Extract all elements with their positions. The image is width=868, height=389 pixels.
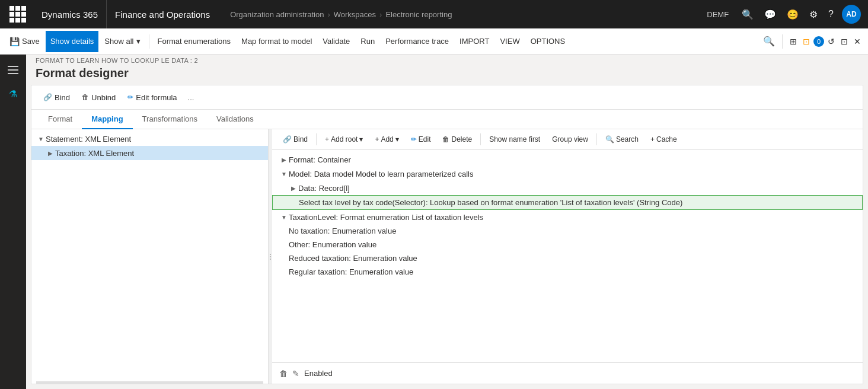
label-other: Other: Enumeration value xyxy=(289,240,376,249)
mapping-header: 🔗 Bind + Add root ▾ + Add ▾ xyxy=(272,129,863,150)
bind-button[interactable]: 🔗 Bind xyxy=(39,89,75,106)
validate-button[interactable]: Validate xyxy=(318,31,355,52)
mapping-tree: ▶ Format: Container ▼ Model: Data model … xyxy=(272,150,863,362)
content-panel: FORMAT TO LEARN HOW TO LOOKUP LE DATA : … xyxy=(26,55,868,389)
label-reduced: Reduced taxation: Enumeration value xyxy=(289,254,417,263)
toolbar-sep-1 xyxy=(149,34,149,49)
mh-add-root-button[interactable]: + Add root ▾ xyxy=(321,132,366,147)
save-icon: 💾 xyxy=(9,37,20,46)
trash-bottom-icon[interactable]: 🗑 xyxy=(279,369,288,378)
toggle-statement[interactable]: ▼ xyxy=(36,134,46,144)
tree-item-taxation[interactable]: ▶ Taxation: XML Element xyxy=(31,146,268,160)
toggle-taxation-level[interactable]: ▼ xyxy=(279,212,289,222)
tree-item-statement[interactable]: ▼ Statement: XML Element xyxy=(31,132,268,146)
mt-reduced[interactable]: Reduced taxation: Enumeration value xyxy=(272,251,863,265)
help-icon[interactable]: ? xyxy=(826,7,836,22)
bc-sep-2: › xyxy=(379,10,382,19)
hamburger-icon[interactable] xyxy=(2,59,24,81)
mt-model[interactable]: ▼ Model: Data model Model to learn param… xyxy=(272,167,863,181)
expand-icon[interactable]: ⊡ xyxy=(838,34,850,49)
finance-brand[interactable]: Finance and Operations xyxy=(107,0,218,28)
mh-delete-icon: 🗑 xyxy=(442,135,449,144)
pencil-bottom-icon[interactable]: ✎ xyxy=(292,369,299,378)
view-button[interactable]: VIEW xyxy=(495,31,524,52)
label-select-tax: Select tax level by tax code(Selector): … xyxy=(299,198,682,207)
show-all-button[interactable]: Show all ▾ xyxy=(100,31,145,52)
format-enumerations-button[interactable]: Format enumerations xyxy=(153,31,236,52)
filter-icon[interactable]: ⚗ xyxy=(2,83,24,104)
mh-add-root-chevron: ▾ xyxy=(359,135,363,144)
mt-select-tax[interactable]: Select tax level by tax code(Selector): … xyxy=(272,195,863,210)
designer-toolbar: 🔗 Bind 🗑 Unbind ✏ Edit formula ... xyxy=(31,85,863,110)
search-nav-icon[interactable]: 🔍 xyxy=(739,7,756,23)
tab-mapping[interactable]: Mapping xyxy=(82,110,132,129)
unbind-button[interactable]: 🗑 Unbind xyxy=(77,89,120,106)
mt-other[interactable]: Other: Enumeration value xyxy=(272,238,863,251)
mt-regular[interactable]: Regular taxation: Enumeration value xyxy=(272,265,863,279)
svg-rect-1 xyxy=(8,69,18,71)
bc-er[interactable]: Electronic reporting xyxy=(385,10,452,19)
import-button[interactable]: IMPORT xyxy=(455,31,494,52)
face-icon[interactable]: 😊 xyxy=(784,7,801,23)
main-toolbar: 💾 Save Show details Show all ▾ Format en… xyxy=(0,28,868,55)
brand-area: Dynamics 365 Finance and Operations xyxy=(33,0,218,28)
bc-org[interactable]: Organization administration xyxy=(230,10,324,19)
map-format-button[interactable]: Map format to model xyxy=(237,31,317,52)
designer-body: ▼ Statement: XML Element ▶ Taxation: XML… xyxy=(31,129,863,384)
mh-add-chevron: ▾ xyxy=(395,135,399,144)
label-model: Model: Data model Model to learn paramet… xyxy=(289,170,473,178)
edit-formula-button[interactable]: ✏ Edit formula xyxy=(123,89,181,106)
avatar[interactable]: AD xyxy=(842,5,861,24)
bc-sep-1: › xyxy=(327,10,330,19)
save-button[interactable]: 💾 Save xyxy=(5,31,44,52)
run-button[interactable]: Run xyxy=(356,31,379,52)
waffle-icon xyxy=(9,6,26,23)
mh-group-view-button[interactable]: Group view xyxy=(548,132,592,147)
mh-add-button[interactable]: + Add ▾ xyxy=(371,132,402,147)
mh-search-button[interactable]: 🔍 Search xyxy=(602,132,642,147)
toggle-model[interactable]: ▼ xyxy=(279,169,289,178)
app-launcher-button[interactable] xyxy=(7,4,28,25)
options-button[interactable]: OPTIONS xyxy=(526,31,570,52)
mt-data[interactable]: ▶ Data: Record[l] xyxy=(272,181,863,195)
mt-no-taxation[interactable]: No taxation: Enumeration value xyxy=(272,224,863,238)
toggle-format-container[interactable]: ▶ xyxy=(279,155,289,164)
settings-icon[interactable]: ⚙ xyxy=(807,7,820,23)
toolbar-sep-right xyxy=(782,34,783,49)
bc-workspaces[interactable]: Workspaces xyxy=(334,10,376,19)
label-no-taxation: No taxation: Enumeration value xyxy=(289,227,396,235)
toggle-taxation[interactable]: ▶ xyxy=(46,148,55,158)
top-navigation: Dynamics 365 Finance and Operations Orga… xyxy=(0,0,868,28)
designer-panel: 🔗 Bind 🗑 Unbind ✏ Edit formula ... Forma… xyxy=(31,85,863,384)
show-details-button[interactable]: Show details xyxy=(46,31,99,52)
dynamics-brand[interactable]: Dynamics 365 xyxy=(33,0,107,28)
notification-badge: 0 xyxy=(813,36,824,47)
mt-taxation-level[interactable]: ▼ TaxationLevel: Format enumeration List… xyxy=(272,210,863,224)
fullscreen-icon[interactable]: ⊞ xyxy=(787,34,799,49)
main-area: ⚗ FORMAT TO LEARN HOW TO LOOKUP LE DATA … xyxy=(0,55,868,389)
mt-format-container[interactable]: ▶ Format: Container xyxy=(272,152,863,167)
mh-show-name-first-button[interactable]: Show name first xyxy=(486,132,544,147)
format-tree: ▼ Statement: XML Element ▶ Taxation: XML… xyxy=(31,129,268,381)
more-button[interactable]: ... xyxy=(184,91,198,104)
refresh-icon[interactable]: ↺ xyxy=(825,34,837,49)
mh-bind-button[interactable]: 🔗 Bind xyxy=(279,132,311,147)
search-toolbar-icon[interactable]: 🔍 xyxy=(761,33,777,49)
chat-icon[interactable]: 💬 xyxy=(762,7,778,23)
tab-validations[interactable]: Validations xyxy=(207,110,263,129)
tree-panel: ▼ Statement: XML Element ▶ Taxation: XML… xyxy=(31,129,269,384)
toggle-data[interactable]: ▶ xyxy=(289,183,298,193)
mh-cache-button[interactable]: + Cache xyxy=(647,132,681,147)
tab-format[interactable]: Format xyxy=(39,110,82,129)
mh-edit-button[interactable]: ✏ Edit xyxy=(407,132,435,147)
close-icon[interactable]: ✕ xyxy=(851,34,863,49)
mh-bind-icon: 🔗 xyxy=(283,135,292,144)
mh-delete-button[interactable]: 🗑 Delete xyxy=(439,132,476,147)
label-taxation: Taxation: XML Element xyxy=(55,149,134,158)
mh-add-icon: + xyxy=(375,135,379,144)
drag-handle[interactable] xyxy=(36,381,263,384)
breadcrumb-strip: FORMAT TO LEARN HOW TO LOOKUP LE DATA : … xyxy=(26,55,868,64)
tab-transformations[interactable]: Transformations xyxy=(133,110,207,129)
windows-icon[interactable]: ⊡ xyxy=(800,34,812,49)
performance-trace-button[interactable]: Performance trace xyxy=(381,31,454,52)
